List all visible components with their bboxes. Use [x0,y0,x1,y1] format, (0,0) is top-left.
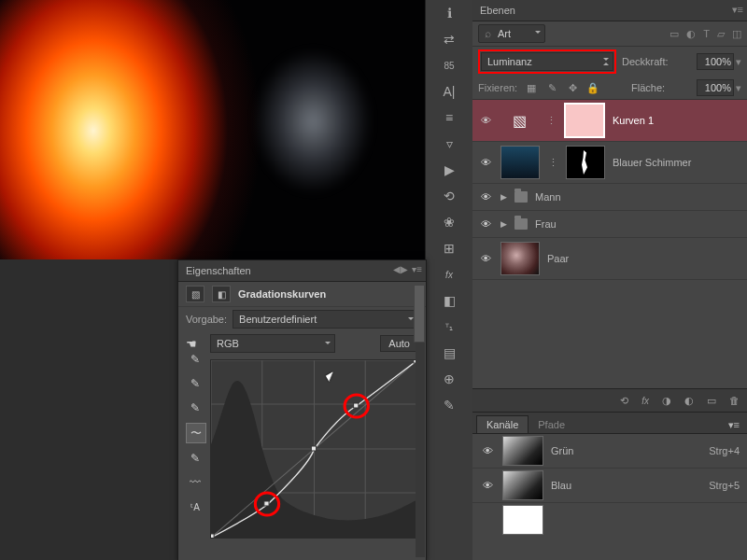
properties-subtitle: Gradationskurven [238,288,326,300]
filter-pixel-icon[interactable]: ▭ [669,28,679,40]
fill-label: Fläche: [631,82,665,93]
lock-all-icon[interactable]: 🔒 [586,81,599,94]
properties-subtitle-row: ▧ ◧ Gradationskurven [178,282,426,307]
type-tool-icon[interactable]: ᵀ₁ [426,314,472,340]
channel-row-extra[interactable] [472,503,747,537]
layer-thumb[interactable] [500,146,540,179]
visibility-icon[interactable]: 👁 [478,157,493,168]
brush-icon[interactable]: ✎ [426,392,472,418]
info-icon[interactable]: ℹ [426,0,472,26]
visibility-icon[interactable]: 👁 [478,218,493,230]
properties-title: Eigenschaften [186,265,251,276]
layers-icon[interactable]: ▤ [426,340,472,366]
link-layers-icon[interactable]: ⟲ [620,395,628,407]
char-icon[interactable]: A| [426,78,472,105]
layer-group-frau[interactable]: 👁 ▶ Frau [472,211,747,238]
lock-row: Fixieren: ▦ ✎ ✥ 🔒 Fläche: ▾ [472,77,747,100]
curve-point-tool-icon[interactable]: 〜 [186,423,206,443]
preset-label: Vorgabe: [186,314,227,325]
adjustment-icon[interactable]: ◐ [684,395,694,407]
layer-group-mann[interactable]: 👁 ▶ Mann [472,184,747,211]
layer-filter-row: Art ▭ ◐ T ▱ ◫ [472,21,747,47]
lock-transparency-icon[interactable]: ▦ [525,81,538,94]
visibility-icon[interactable]: 👁 [478,115,493,126]
options-icon[interactable]: ᵗA [186,497,204,516]
layer-mask-thumb[interactable] [564,103,605,138]
preset-row: Vorgabe: Benutzerdefiniert [178,307,426,331]
tab-channels[interactable]: Kanäle [476,415,529,433]
layer-thumb[interactable] [500,242,540,275]
opacity-input[interactable] [697,53,734,70]
channel-dropdown[interactable]: RGB [210,334,335,353]
eyedropper-white-icon[interactable]: ✎ [186,399,204,417]
visibility-icon[interactable]: 👁 [480,480,495,491]
filter-adjust-icon[interactable]: ◐ [686,28,696,40]
layer-name: Frau [535,218,557,230]
properties-panel: Eigenschaften ◀▶▾≡ ▧ ◧ Gradationskurven … [177,259,427,560]
grid-icon[interactable]: ⊞ [426,235,472,261]
panel-menu-icon[interactable]: ▾≡ [732,4,743,16]
channels-panel: Kanäle Pfade ▾≡ 👁 Grün Strg+4 👁 Blau Str… [472,413,747,560]
value-icon[interactable]: 85 [426,52,472,78]
layer-row-kurven1[interactable]: 👁 ▧ ⋮ Kurven 1 [472,100,747,142]
tab-paths[interactable]: Pfade [529,416,574,433]
filter-shape-icon[interactable]: ▱ [717,28,725,40]
swap-icon[interactable]: ⇄ [426,26,472,52]
curves-graph[interactable] [210,359,418,539]
mask-mode-icon[interactable]: ◧ [212,286,231,302]
visibility-icon[interactable]: 👁 [478,191,493,203]
link-icon: ⋮ [547,157,558,169]
auto-button[interactable]: Auto [380,335,418,352]
channel-thumb [502,505,543,535]
svg-rect-14 [354,403,359,408]
channel-row-blue[interactable]: 👁 Blau Strg+5 [472,469,747,503]
lock-pixels-icon[interactable]: ✎ [545,81,558,94]
pencil-tool-icon[interactable]: ✎ [186,449,204,468]
fx-icon[interactable]: fx [641,396,649,406]
sampler-icon[interactable]: ☚ [186,337,203,351]
filter-smart-icon[interactable]: ◫ [732,28,741,40]
smooth-tool-icon[interactable]: 〰 [186,473,204,492]
filter-type-dropdown[interactable]: Art [478,24,545,43]
layer-name: Mann [535,191,561,203]
lock-position-icon[interactable]: ✥ [566,81,579,94]
adjust-icon[interactable]: ◧ [426,287,472,314]
history-icon[interactable]: ⟲ [426,183,472,209]
collapse-icon[interactable]: ◀▶ [393,264,408,274]
add-icon[interactable]: ⊕ [426,366,472,392]
eyedropper-gray-icon[interactable]: ✎ [186,374,204,393]
layer-mask-thumb[interactable] [566,146,605,179]
mask-icon[interactable]: ◑ [662,395,671,407]
document-canvas[interactable] [0,0,425,259]
expand-icon[interactable]: ▶ [500,192,507,202]
group-icon[interactable]: ▭ [707,395,716,407]
properties-header: Eigenschaften ◀▶▾≡ [178,260,426,282]
fill-input[interactable] [697,79,734,96]
scrollbar-thumb[interactable] [414,285,425,343]
panel-menu-icon[interactable]: ▾≡ [412,264,422,274]
channels-tabs: Kanäle Pfade ▾≡ [472,413,747,434]
trash-icon[interactable]: 🗑 [729,395,740,406]
swatches-icon[interactable]: ❀ [426,209,472,235]
channel-row-green[interactable]: 👁 Grün Strg+4 [472,434,747,469]
visibility-icon[interactable]: 👁 [480,445,495,456]
layer-row-paar[interactable]: 👁 Paar [472,238,747,280]
fx-icon[interactable]: fx [426,261,472,287]
link-icon: ⋮ [545,115,557,127]
blend-mode-dropdown[interactable]: Luminanz [481,52,613,71]
folder-icon [514,218,528,230]
filter-type-icon[interactable]: T [703,28,710,40]
layers-bottom-bar: ⟲ fx ◑ ◐ ▭ 🗑 [472,388,747,413]
panel-menu-icon[interactable]: ▾≡ [725,417,743,433]
blend-highlight-box: Luminanz [478,49,616,74]
layers-panel-header: Ebenen ▾≡ [472,0,747,21]
layer-row-blauer[interactable]: 👁 ⋮ Blauer Schimmer [472,142,747,184]
layers-panel: Ebenen ▾≡ Art ▭ ◐ T ▱ ◫ Luminanz Deckkra… [472,0,747,560]
visibility-icon[interactable]: 👁 [478,253,493,264]
paragraph-icon[interactable]: ≡ [426,105,472,131]
dropdown-icon[interactable]: ▿ [426,131,472,157]
play-icon[interactable]: ▶ [426,157,472,183]
expand-icon[interactable]: ▶ [500,219,507,229]
eyedropper-black-icon[interactable]: ✎ [186,350,204,369]
preset-dropdown[interactable]: Benutzerdefiniert [233,310,418,329]
